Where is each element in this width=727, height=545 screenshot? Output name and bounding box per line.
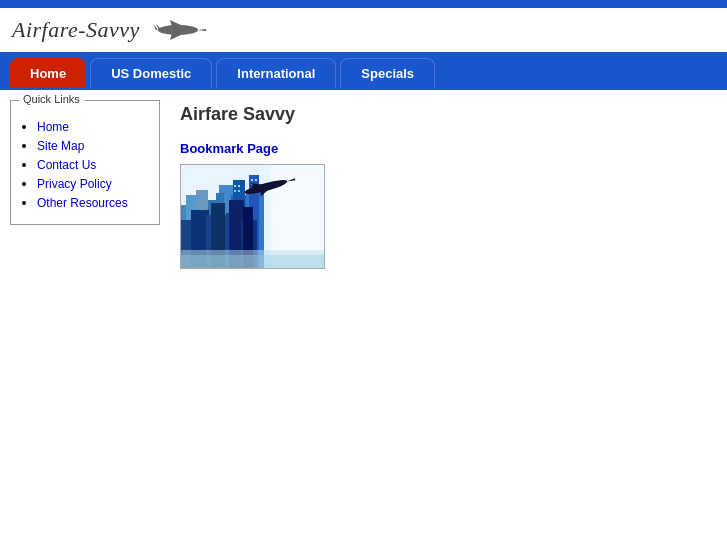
- sidebar-link-home[interactable]: Home: [37, 120, 69, 134]
- sidebar: Quick Links Home Site Map Contact Us Pri…: [10, 100, 160, 225]
- nav-specials[interactable]: Specials: [340, 58, 435, 88]
- svg-rect-40: [181, 255, 325, 269]
- header: Airfare-Savvy: [0, 8, 727, 52]
- list-item: Home: [37, 119, 149, 134]
- svg-rect-30: [251, 179, 253, 181]
- svg-rect-26: [234, 185, 236, 187]
- nav-international[interactable]: International: [216, 58, 336, 88]
- svg-marker-1: [198, 29, 206, 31]
- city-plane-image: [180, 164, 325, 269]
- sidebar-links: Home Site Map Contact Us Privacy Policy …: [21, 119, 149, 210]
- nav-us-domestic[interactable]: US Domestic: [90, 58, 212, 88]
- svg-rect-27: [238, 185, 240, 187]
- sidebar-title: Quick Links: [19, 93, 84, 105]
- list-item: Other Resources: [37, 195, 149, 210]
- list-item: Contact Us: [37, 157, 149, 172]
- svg-rect-31: [255, 179, 257, 181]
- sidebar-link-privacy[interactable]: Privacy Policy: [37, 177, 112, 191]
- sidebar-link-sitemap[interactable]: Site Map: [37, 139, 84, 153]
- content-area: Quick Links Home Site Map Contact Us Pri…: [0, 90, 727, 470]
- nav-home[interactable]: Home: [10, 58, 86, 88]
- svg-marker-2: [153, 24, 158, 30]
- svg-rect-29: [238, 190, 240, 192]
- svg-rect-28: [234, 190, 236, 192]
- page-title: Airfare Savvy: [180, 104, 713, 125]
- list-item: Privacy Policy: [37, 176, 149, 191]
- main-nav: Home US Domestic International Specials: [0, 52, 727, 88]
- bookmark-link[interactable]: Bookmark Page: [180, 141, 713, 156]
- sidebar-link-other[interactable]: Other Resources: [37, 196, 128, 210]
- logo-plane-icon: [148, 16, 208, 44]
- main-content: Airfare Savvy Bookmark Page: [176, 100, 717, 460]
- sidebar-link-contact[interactable]: Contact Us: [37, 158, 96, 172]
- top-bar: [0, 0, 727, 8]
- logo-text: Airfare-Savvy: [12, 17, 140, 43]
- list-item: Site Map: [37, 138, 149, 153]
